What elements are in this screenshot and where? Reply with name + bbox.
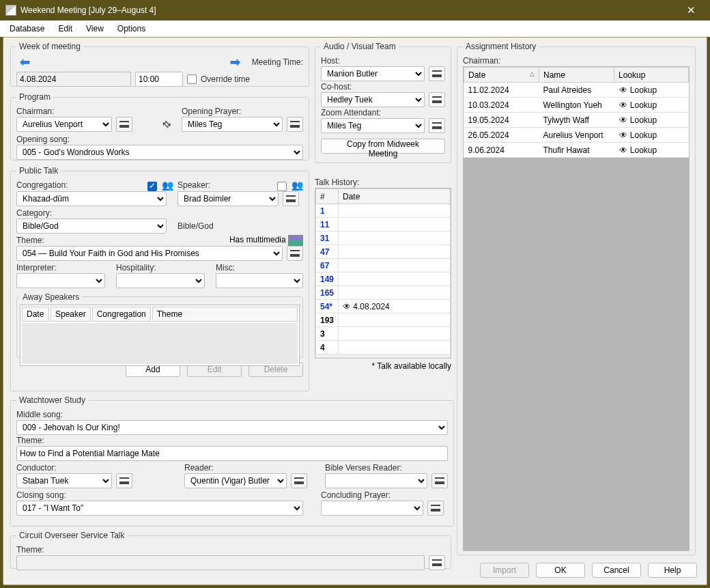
cohost-list-button[interactable]	[429, 92, 445, 107]
bvr-select[interactable]	[325, 473, 427, 488]
close-button[interactable]: ✕	[677, 4, 705, 16]
prev-week-button[interactable]: ⬅	[16, 55, 33, 69]
speaker-select[interactable]: Brad Boimler	[178, 191, 279, 206]
conductor-list-button[interactable]	[116, 473, 132, 488]
talkhist-col-num[interactable]: #	[316, 189, 339, 204]
congregation-select[interactable]: Khazad-dûm	[16, 191, 167, 206]
ok-button[interactable]: OK	[536, 563, 585, 578]
zoom-select[interactable]: Miles Teg	[321, 118, 425, 133]
reader-select[interactable]: Quentin (Vigar) Butler	[184, 473, 287, 488]
talkhist-row[interactable]: 67	[316, 259, 451, 272]
content-area: Week of meeting ⬅ ➡ Meeting Time: Overri…	[3, 37, 707, 585]
concluding-prayer-label: Concluding Prayer:	[321, 490, 448, 500]
opening-song-select[interactable]: 005 - God's Wondrous Works	[16, 145, 303, 160]
speaker-checkbox[interactable]	[277, 182, 287, 191]
ah-row[interactable]: 11.02.2024Paul Atreides👁 Lookup	[464, 83, 689, 98]
talkhist-row[interactable]: 193	[316, 313, 451, 327]
ah-col-lookup[interactable]: Lookup	[614, 68, 689, 83]
menu-database[interactable]: Database	[4, 23, 50, 35]
title-bar: Weekend Meeting [July 29–August 4] ✕	[0, 0, 710, 20]
away-col-date[interactable]: Date	[22, 307, 49, 322]
theme-select[interactable]: 054 — Build Your Faith in God and His Pr…	[16, 246, 283, 261]
talkhist-num: 4	[316, 341, 339, 354]
host-list-button[interactable]	[429, 66, 445, 81]
away-col-theme[interactable]: Theme	[152, 307, 298, 322]
swap-chairman-prayer-button[interactable]: ⇄	[159, 117, 175, 132]
menu-options[interactable]: Options	[112, 23, 151, 35]
opening-prayer-select[interactable]: Miles Teg	[182, 117, 283, 132]
cohost-select[interactable]: Hedley Tuek	[321, 92, 425, 107]
chairman-select[interactable]: Aurelius Venport	[16, 117, 112, 132]
away-empty-row	[22, 323, 298, 364]
ah-row[interactable]: 9.06.2024Thufir Hawat👁 Lookup	[464, 143, 689, 158]
cancel-button[interactable]: Cancel	[592, 563, 641, 578]
away-speakers-groupbox: Away Speakers Date Speaker Congregation …	[16, 292, 303, 358]
swap-icon: ⇄	[160, 117, 174, 131]
menu-view[interactable]: View	[81, 23, 109, 35]
talkhist-row[interactable]: 149	[316, 272, 451, 286]
list-icon	[432, 70, 442, 77]
ah-lookup-cell[interactable]: 👁 Lookup	[614, 83, 689, 98]
talkhist-col-date[interactable]: Date	[339, 189, 451, 204]
talkhist-row[interactable]: 11	[316, 218, 451, 232]
meeting-time-input[interactable]	[135, 72, 183, 87]
menu-edit[interactable]: Edit	[53, 23, 78, 35]
ah-col-date[interactable]: Date△	[464, 68, 539, 83]
congregation-label: Congregation:	[16, 180, 68, 190]
conductor-select[interactable]: Staban Tuek	[16, 473, 112, 488]
concluding-prayer-list-button[interactable]	[427, 501, 444, 516]
talkhist-row[interactable]: 4	[316, 341, 451, 354]
talk-history-table[interactable]: # Date 11131476714916554*👁 4.08.20241933…	[315, 188, 451, 354]
ah-row[interactable]: 19.05.2024Tylwyth Waff👁 Lookup	[464, 113, 689, 128]
zoom-list-button[interactable]	[429, 118, 445, 133]
closing-song-label: Closing song:	[16, 490, 317, 500]
away-speakers-table[interactable]: Date Speaker Congregation Theme	[20, 305, 300, 366]
hospitality-select[interactable]	[116, 273, 205, 288]
closing-song-select[interactable]: 017 - "I Want To"	[16, 501, 303, 516]
concluding-prayer-select[interactable]	[321, 501, 423, 516]
congregation-local-checkbox[interactable]	[147, 182, 157, 191]
next-week-button[interactable]: ➡	[227, 55, 244, 69]
copy-midweek-button[interactable]: Copy from Midweek Meeting	[321, 139, 445, 154]
talkhist-row[interactable]: 31	[316, 232, 451, 245]
misc-select[interactable]	[216, 273, 303, 288]
talkhist-num: 31	[316, 232, 339, 245]
theme-list-button[interactable]	[287, 246, 303, 261]
arrow-left-icon: ⬅	[20, 56, 30, 68]
co-list-button[interactable]	[429, 555, 445, 570]
chairman-list-button[interactable]	[116, 117, 132, 132]
reader-list-button[interactable]	[291, 473, 307, 488]
category-select[interactable]: Bible/God	[16, 219, 167, 234]
interpreter-select[interactable]	[16, 273, 105, 288]
away-col-speaker[interactable]: Speaker	[51, 307, 91, 322]
talkhist-row[interactable]: 47	[316, 245, 451, 259]
ah-row[interactable]: 10.03.2024Wellington Yueh👁 Lookup	[464, 98, 689, 113]
import-button[interactable]: Import	[480, 563, 529, 578]
override-time-checkbox[interactable]	[187, 74, 197, 84]
talkhist-row[interactable]: 1	[316, 204, 451, 218]
wt-theme-input[interactable]	[16, 446, 448, 461]
opening-song-label: Opening song:	[16, 135, 303, 144]
bvr-list-button[interactable]	[431, 473, 448, 488]
ah-col-name[interactable]: Name	[539, 68, 614, 83]
talkhist-row[interactable]: 165	[316, 286, 451, 300]
list-icon	[431, 505, 440, 512]
talkhist-num: 1	[316, 204, 339, 218]
ah-row[interactable]: 26.05.2024Aurelius Venport👁 Lookup	[464, 128, 689, 143]
ah-lookup-cell[interactable]: 👁 Lookup	[614, 143, 689, 158]
ah-lookup-cell[interactable]: 👁 Lookup	[614, 128, 689, 143]
talkhist-row[interactable]: 54*👁 4.08.2024	[316, 300, 451, 313]
opening-prayer-list-button[interactable]	[287, 117, 303, 132]
talkhist-row[interactable]: 3	[316, 327, 451, 341]
away-col-congregation[interactable]: Congregation	[92, 307, 151, 322]
middle-song-select[interactable]: 009 - Jehovah Is Our King!	[16, 420, 448, 435]
week-date-input[interactable]	[16, 72, 131, 87]
talk-history-table-wrap[interactable]: # Date 11131476714916554*👁 4.08.20241933…	[315, 188, 451, 359]
host-select[interactable]: Manion Butler	[321, 66, 425, 81]
assignment-history-table[interactable]: Date△ Name Lookup 11.02.2024Paul Atreide…	[464, 67, 689, 158]
speaker-list-button[interactable]	[283, 191, 299, 206]
ah-lookup-cell[interactable]: 👁 Lookup	[614, 98, 689, 113]
talkhist-date	[339, 218, 451, 232]
help-button[interactable]: Help	[648, 563, 697, 578]
ah-lookup-cell[interactable]: 👁 Lookup	[614, 113, 689, 128]
